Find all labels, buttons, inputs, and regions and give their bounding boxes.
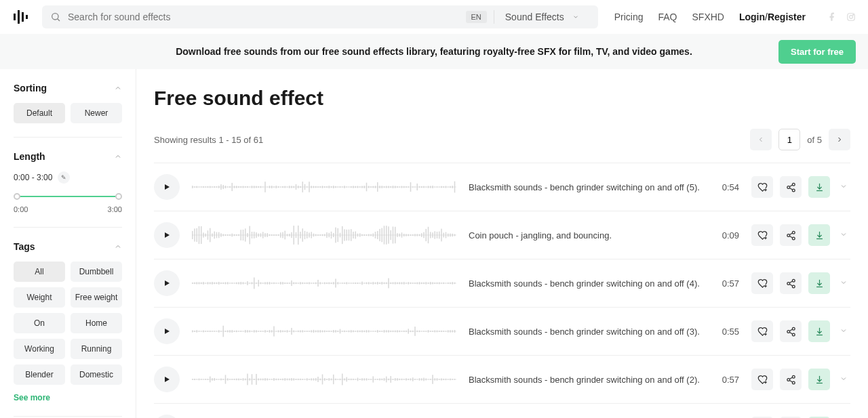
start-free-button[interactable]: Start for free — [778, 40, 856, 64]
download-button[interactable] — [808, 320, 830, 342]
tag-blender[interactable]: Blender — [14, 364, 65, 385]
page-input[interactable] — [778, 129, 800, 150]
promo-banner: Download free sounds from our free sound… — [0, 34, 868, 69]
svg-line-398 — [789, 281, 792, 283]
slider-track — [17, 196, 119, 197]
slider-handle-max[interactable] — [115, 193, 122, 200]
waveform[interactable] — [192, 175, 456, 199]
sound-duration: 0:57 — [712, 278, 739, 289]
favorite-button[interactable] — [751, 320, 773, 342]
svg-point-527 — [787, 330, 789, 333]
download-button[interactable] — [808, 224, 830, 246]
play-button[interactable] — [154, 270, 180, 296]
see-more-tags[interactable]: See more — [14, 393, 50, 402]
tag-weight[interactable]: Weight — [14, 287, 65, 308]
play-button[interactable] — [154, 174, 180, 200]
svg-marker-402 — [165, 329, 170, 334]
sound-row: Blacksmith sounds - bench grinder switch… — [154, 404, 850, 418]
nav-pricing[interactable]: Pricing — [614, 12, 644, 22]
svg-line-529 — [789, 329, 792, 331]
next-page-button[interactable] — [829, 129, 850, 150]
expand-row-button[interactable] — [837, 326, 850, 337]
svg-line-660 — [789, 377, 792, 379]
share-button[interactable] — [780, 224, 802, 246]
tag-working[interactable]: Working — [14, 339, 65, 359]
chevron-down-icon — [572, 14, 579, 20]
sound-row: Blacksmith sounds - bench grinder switch… — [154, 163, 850, 211]
sound-title[interactable]: Blacksmith sounds - bench grinder switch… — [469, 375, 700, 385]
download-button[interactable] — [808, 272, 830, 294]
category-dropdown[interactable]: Sound Effects — [494, 10, 590, 24]
favorite-button[interactable] — [751, 176, 773, 198]
nav-login[interactable]: Login — [739, 12, 765, 22]
sound-title[interactable]: Coin pouch - jangling, and bouncing. — [469, 230, 700, 241]
sound-title[interactable]: Blacksmith sounds - bench grinder switch… — [469, 182, 700, 192]
prev-page-button[interactable] — [750, 129, 772, 150]
tags-header[interactable]: Tags — [14, 241, 122, 252]
favorite-button[interactable] — [751, 369, 773, 390]
waveform[interactable] — [192, 319, 456, 343]
svg-point-134 — [787, 186, 789, 188]
download-button[interactable] — [808, 369, 830, 390]
tag-domestic[interactable]: Domestic — [71, 364, 122, 385]
logo[interactable] — [12, 9, 31, 25]
expand-row-button[interactable] — [837, 230, 850, 241]
length-title: Length — [14, 151, 45, 162]
expand-row-button[interactable] — [837, 374, 850, 385]
expand-row-button[interactable] — [837, 278, 850, 289]
tag-dumbbell[interactable]: Dumbbell — [71, 262, 122, 282]
nav-sfxhd[interactable]: SFXHD — [692, 12, 724, 22]
svg-rect-1 — [18, 10, 20, 24]
play-button[interactable] — [154, 415, 180, 418]
play-button[interactable] — [154, 367, 180, 392]
length-header[interactable]: Length — [14, 151, 122, 162]
waveform[interactable] — [192, 415, 456, 418]
instagram-icon[interactable] — [846, 12, 856, 22]
share-button[interactable] — [780, 369, 802, 390]
play-button[interactable] — [154, 318, 180, 344]
tag-on[interactable]: On — [14, 313, 65, 333]
svg-line-5 — [58, 19, 60, 21]
svg-point-528 — [792, 333, 795, 336]
chevron-up-icon — [114, 243, 122, 251]
edit-length-button[interactable]: ✎ — [58, 171, 70, 184]
dropdown-label: Sound Effects — [505, 12, 564, 22]
tag-home[interactable]: Home — [71, 313, 122, 333]
svg-line-267 — [789, 233, 792, 235]
sound-duration: 0:54 — [712, 182, 739, 192]
svg-rect-2 — [22, 12, 24, 22]
length-slider[interactable] — [14, 193, 122, 200]
svg-point-395 — [792, 279, 795, 282]
svg-marker-533 — [165, 377, 170, 382]
share-button[interactable] — [780, 272, 802, 294]
sound-title[interactable]: Blacksmith sounds - bench grinder switch… — [469, 327, 700, 337]
svg-point-396 — [787, 282, 789, 285]
language-badge[interactable]: EN — [466, 11, 487, 23]
share-button[interactable] — [780, 176, 802, 198]
share-button[interactable] — [780, 320, 802, 342]
slider-handle-min[interactable] — [14, 193, 20, 200]
search-input[interactable] — [68, 12, 466, 22]
waveform[interactable] — [192, 271, 456, 295]
expand-row-button[interactable] — [837, 182, 850, 192]
nav-register[interactable]: Register — [768, 12, 806, 22]
tag-running[interactable]: Running — [71, 339, 122, 359]
waveform[interactable] — [192, 223, 456, 247]
facebook-icon[interactable] — [827, 12, 837, 22]
sort-newer[interactable]: Newer — [71, 103, 122, 123]
sound-title[interactable]: Blacksmith sounds - bench grinder switch… — [469, 278, 700, 289]
waveform[interactable] — [192, 367, 456, 392]
nav-faq[interactable]: FAQ — [658, 12, 677, 22]
sort-default[interactable]: Default — [14, 103, 65, 123]
svg-line-661 — [789, 380, 792, 382]
favorite-button[interactable] — [751, 224, 773, 246]
nav-auth: Login/Register — [739, 12, 806, 22]
download-button[interactable] — [808, 176, 830, 198]
favorite-button[interactable] — [751, 272, 773, 294]
sorting-header[interactable]: Sorting — [14, 83, 122, 93]
tag-free-weight[interactable]: Free weight — [71, 287, 122, 308]
tag-all[interactable]: All — [14, 262, 65, 282]
svg-point-658 — [787, 378, 789, 381]
play-button[interactable] — [154, 222, 180, 248]
svg-marker-140 — [165, 232, 170, 238]
